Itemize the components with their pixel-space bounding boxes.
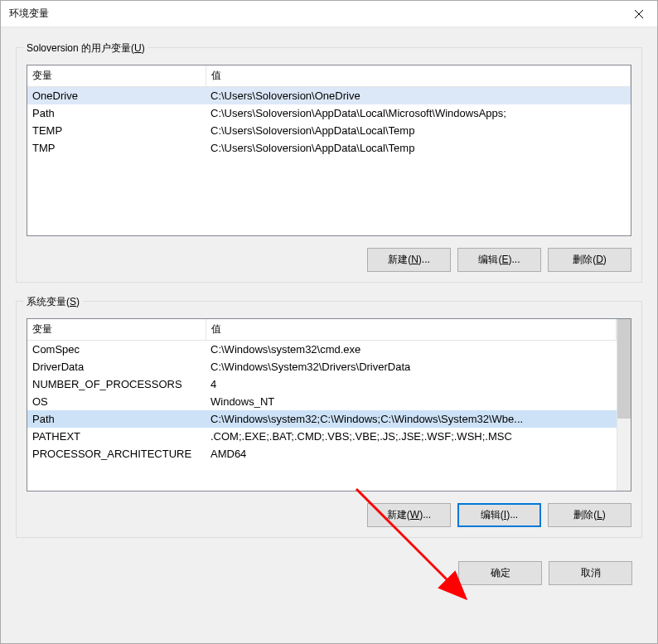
titlebar: 环境变量: [1, 1, 657, 27]
table-row[interactable]: TMPC:\Users\Soloversion\AppData\Local\Te…: [27, 139, 631, 157]
table-row[interactable]: OneDriveC:\Users\Soloversion\OneDrive: [27, 87, 631, 105]
sys-edit-button[interactable]: 编辑(I)...: [457, 503, 541, 527]
var-name-cell: Path: [27, 410, 206, 428]
user-new-button[interactable]: 新建(N)...: [367, 248, 451, 272]
table-row[interactable]: OSWindows_NT: [27, 393, 617, 410]
var-value-cell: C:\Windows\System32\Drivers\DriverData: [206, 358, 617, 375]
user-vars-list[interactable]: 变量 值 OneDriveC:\Users\Soloversion\OneDri…: [27, 65, 631, 236]
table-row[interactable]: DriverDataC:\Windows\System32\Drivers\Dr…: [27, 358, 617, 375]
var-value-cell: 4: [206, 375, 617, 393]
var-name-cell: OneDrive: [27, 87, 206, 105]
var-name-cell: PATHEXT: [27, 428, 206, 445]
user-vars-label: Soloversion 的用户变量(U): [23, 41, 148, 56]
var-name-cell: Path: [27, 104, 206, 122]
user-edit-button[interactable]: 编辑(E)...: [457, 248, 541, 272]
user-col-variable[interactable]: 变量: [27, 65, 206, 87]
var-name-cell: TEMP: [27, 122, 206, 139]
sys-col-variable[interactable]: 变量: [27, 319, 206, 341]
table-row[interactable]: ComSpecC:\Windows\system32\cmd.exe: [27, 341, 617, 359]
table-row[interactable]: PROCESSOR_ARCHITECTUREAMD64: [27, 445, 617, 462]
user-vars-group: Soloversion 的用户变量(U) 变量 值 OneDriveC:\Use…: [16, 47, 642, 283]
var-name-cell: OS: [27, 393, 206, 410]
system-vars-buttons: 新建(W)... 编辑(I)... 删除(L): [27, 503, 631, 527]
table-row[interactable]: NUMBER_OF_PROCESSORS4: [27, 375, 617, 393]
window-title: 环境变量: [9, 7, 49, 21]
ok-button[interactable]: 确定: [458, 561, 542, 585]
sys-scrollbar[interactable]: [617, 319, 631, 491]
sys-scrollbar-thumb[interactable]: [617, 319, 631, 419]
var-name-cell: TMP: [27, 139, 206, 157]
system-vars-group: 系统变量(S) 变量 值 ComSpecC:\W: [16, 301, 642, 538]
var-value-cell: C:\Windows\system32\cmd.exe: [206, 341, 617, 359]
cancel-button[interactable]: 取消: [549, 561, 632, 585]
table-row[interactable]: TEMPC:\Users\Soloversion\AppData\Local\T…: [27, 122, 631, 139]
var-value-cell: Windows_NT: [206, 393, 617, 410]
var-name-cell: DriverData: [27, 358, 206, 375]
var-value-cell: C:\Users\Soloversion\AppData\Local\Temp: [206, 139, 631, 157]
var-name-cell: ComSpec: [27, 341, 206, 359]
var-name-cell: NUMBER_OF_PROCESSORS: [27, 375, 206, 393]
system-vars-label: 系统变量(S): [23, 295, 83, 309]
close-icon: [635, 10, 643, 18]
close-button[interactable]: [620, 2, 657, 27]
var-value-cell: C:\Users\Soloversion\AppData\Local\Temp: [206, 122, 631, 139]
table-row[interactable]: PATHEXT.COM;.EXE;.BAT;.CMD;.VBS;.VBE;.JS…: [27, 428, 617, 445]
var-value-cell: C:\Users\Soloversion\OneDrive: [206, 87, 631, 105]
var-value-cell: AMD64: [206, 445, 617, 462]
system-vars-list[interactable]: 变量 值 ComSpecC:\Windows\system32\cmd.exeD…: [27, 318, 631, 491]
table-row[interactable]: PathC:\Windows\system32;C:\Windows;C:\Wi…: [27, 410, 617, 428]
var-value-cell: C:\Users\Soloversion\AppData\Local\Micro…: [206, 104, 631, 122]
sys-new-button[interactable]: 新建(W)...: [367, 503, 451, 527]
var-value-cell: .COM;.EXE;.BAT;.CMD;.VBS;.VBE;.JS;.JSE;.…: [206, 428, 617, 445]
dialog-content: Soloversion 的用户变量(U) 变量 值 OneDriveC:\Use…: [1, 27, 657, 643]
var-value-cell: C:\Windows\system32;C:\Windows;C:\Window…: [206, 410, 617, 428]
dialog-footer: 确定 取消: [16, 561, 642, 585]
env-vars-dialog: 环境变量 Soloversion 的用户变量(U) 变量 值: [0, 0, 658, 644]
table-row[interactable]: PathC:\Users\Soloversion\AppData\Local\M…: [27, 104, 631, 122]
var-name-cell: PROCESSOR_ARCHITECTURE: [27, 445, 206, 462]
user-vars-buttons: 新建(N)... 编辑(E)... 删除(D): [27, 248, 631, 272]
user-col-value[interactable]: 值: [206, 65, 631, 87]
sys-delete-button[interactable]: 删除(L): [548, 503, 631, 527]
sys-col-value[interactable]: 值: [206, 319, 617, 341]
user-delete-button[interactable]: 删除(D): [548, 248, 631, 272]
